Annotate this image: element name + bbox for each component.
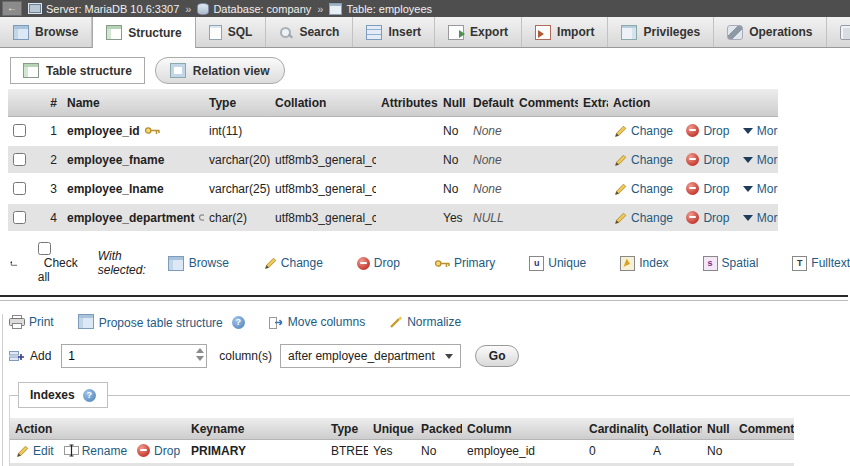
indexes-section: Indexes Action Keyname Type Unique Packe… (9, 395, 850, 466)
selected-primary-link[interactable]: Primary (434, 256, 495, 270)
header-extra: Extra (578, 89, 608, 117)
header-comment: Comment (734, 418, 794, 440)
collapse-sidebar-button[interactable]: ← (2, 1, 22, 16)
columns-label: column(s) (219, 349, 272, 363)
tab-browse[interactable]: Browse (0, 17, 92, 47)
tab-structure[interactable]: Structure (92, 17, 195, 48)
breadcrumb-database[interactable]: Database: company (197, 3, 311, 15)
database-icon (197, 3, 209, 15)
selected-browse-link[interactable]: Browse (168, 256, 229, 271)
add-label: Add (30, 349, 51, 363)
edit-link[interactable]: Edit (15, 444, 54, 458)
change-link[interactable]: Change (613, 211, 673, 225)
tab-export[interactable]: Export (435, 17, 522, 47)
tab-operations[interactable]: Operations (714, 17, 826, 47)
column-count-input[interactable] (61, 344, 207, 368)
drop-icon (137, 444, 150, 457)
change-link[interactable]: Change (613, 182, 673, 196)
check-all-checkbox[interactable] (38, 242, 51, 255)
breadcrumb-separator: » (185, 3, 191, 15)
tab-import[interactable]: Import (522, 17, 608, 47)
columns-table: # Name Type Collation Attributes Null De… (8, 89, 778, 233)
index-icon (620, 256, 635, 271)
spatial-icon: s (703, 256, 718, 271)
move-columns-icon (269, 316, 284, 329)
rename-link[interactable]: Rename (64, 444, 127, 458)
propose-structure-link[interactable]: Propose table structure (78, 314, 223, 330)
tab-insert[interactable]: Insert (353, 17, 435, 47)
printer-icon (9, 315, 25, 329)
breadcrumb-server[interactable]: Server: MariaDB 10.6:3307 (28, 3, 179, 15)
browse-icon (168, 256, 184, 271)
selected-unique-link[interactable]: uUnique (529, 256, 586, 271)
pencil-icon (613, 124, 628, 138)
drop-icon (686, 153, 699, 166)
row-checkbox[interactable] (13, 153, 26, 166)
table-structure-button[interactable]: Table structure (10, 57, 145, 84)
table-row: Edit Rename Drop fk_employee_department … (10, 462, 794, 466)
move-columns-link[interactable]: Move columns (269, 315, 365, 329)
header-action: Action (608, 89, 778, 117)
relation-view-button[interactable]: Relation view (155, 57, 285, 84)
position-select[interactable]: after employee_department (280, 344, 461, 368)
selected-index-link[interactable]: Index (620, 256, 668, 271)
drop-link[interactable]: Drop (686, 124, 729, 138)
header-null: Null (702, 418, 734, 440)
tab-privileges[interactable]: Privileges (608, 17, 714, 47)
header-cardinality: Cardinality (584, 418, 648, 440)
drop-link[interactable]: Drop (686, 182, 729, 196)
import-icon (535, 25, 551, 40)
drop-link[interactable]: Drop (686, 211, 729, 225)
header-collation: Collation (648, 418, 702, 440)
drop-link[interactable]: Drop (686, 153, 729, 167)
pencil-icon (15, 444, 30, 458)
header-default: Default (468, 89, 514, 117)
propose-structure-icon (78, 314, 94, 329)
selected-drop-link[interactable]: Drop (357, 256, 400, 270)
go-button[interactable]: Go (475, 345, 520, 367)
print-link[interactable]: Print (9, 315, 54, 329)
check-all-label[interactable]: Check all (38, 256, 78, 284)
breadcrumb-table[interactable]: Table: employees (329, 3, 432, 15)
selected-spatial-link[interactable]: sSpatial (703, 256, 759, 271)
header-comments: Comments (514, 89, 578, 117)
drop-icon (357, 257, 370, 270)
tab-search[interactable]: Search (266, 17, 353, 47)
chevron-down-icon (743, 215, 753, 221)
row-checkbox[interactable] (13, 182, 26, 195)
tab-sql[interactable]: SQL (196, 17, 267, 47)
table-row: 2 employee_fname varchar(20) utf8mb3_gen… (8, 145, 778, 174)
rename-icon (64, 444, 79, 457)
help-icon[interactable] (232, 316, 245, 329)
column-name: employee_fname (67, 153, 164, 167)
privileges-icon (621, 25, 637, 40)
wand-icon (389, 315, 403, 329)
add-column-form: Add column(s) after employee_department … (9, 344, 850, 368)
change-link[interactable]: Change (613, 153, 673, 167)
indexes-table: Action Keyname Type Unique Packed Column… (10, 418, 794, 466)
selected-change-link[interactable]: Change (263, 256, 323, 270)
row-checkbox[interactable] (13, 211, 26, 224)
insert-icon (366, 25, 382, 40)
help-icon[interactable] (83, 389, 96, 402)
drop-icon (686, 124, 699, 137)
stepper-arrows[interactable] (196, 348, 204, 361)
more-link[interactable]: More (743, 211, 778, 225)
change-link[interactable]: Change (613, 124, 673, 138)
relation-view-icon (170, 63, 186, 78)
tab-triggers[interactable]: Triggers (827, 17, 850, 47)
row-checkbox[interactable] (13, 124, 26, 137)
normalize-link[interactable]: Normalize (389, 315, 461, 329)
chevron-down-icon (743, 128, 753, 134)
more-link[interactable]: More (743, 182, 778, 196)
indexes-header[interactable]: Indexes (18, 382, 108, 408)
table-row: 3 employee_lname varchar(25) utf8mb3_gen… (8, 174, 778, 203)
more-link[interactable]: More (743, 153, 778, 167)
more-link[interactable]: More (743, 124, 778, 138)
header-checkbox (8, 89, 38, 117)
check-all-arrow-icon (10, 255, 18, 272)
selected-fulltext-link[interactable]: TFulltext (792, 256, 850, 271)
chevron-down-icon (445, 354, 453, 359)
header-column: Column (462, 418, 584, 440)
drop-link[interactable]: Drop (137, 444, 180, 458)
